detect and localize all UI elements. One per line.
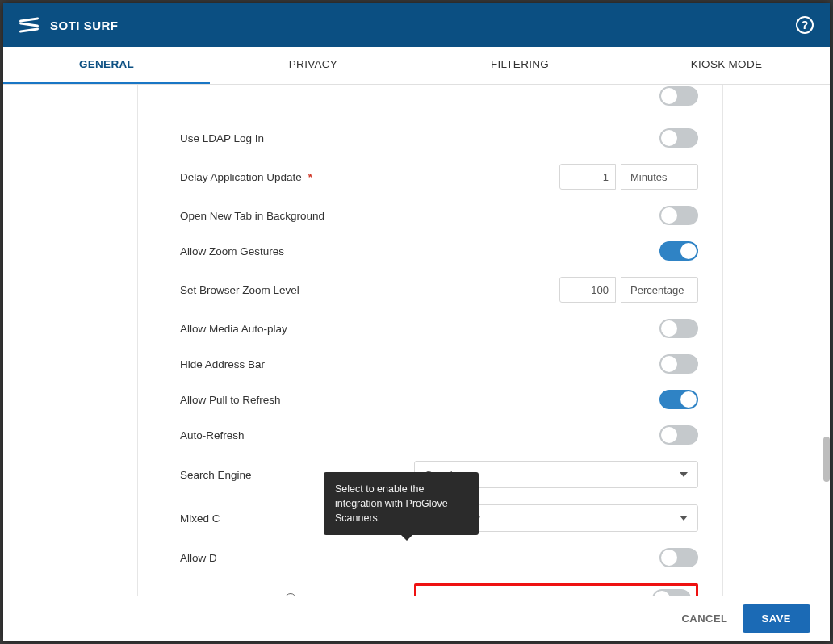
- tab-filtering[interactable]: FILTERING: [416, 47, 623, 84]
- soti-surf-dialog: SOTI SURF ? GENERAL PRIVACY FILTERING KI…: [3, 3, 830, 641]
- toggle-proglove[interactable]: [652, 589, 691, 596]
- scrollbar-thumb[interactable]: [823, 437, 830, 482]
- toggle-hide-address-bar[interactable]: [659, 354, 698, 374]
- label-zoom-gestures: Allow Zoom Gestures: [180, 245, 414, 257]
- toggle-new-tab-bg[interactable]: [659, 206, 698, 225]
- info-icon[interactable]: i: [285, 593, 296, 596]
- chevron-down-icon: [680, 516, 688, 521]
- settings-panel: Use LDAP Log In Delay Application Update…: [137, 85, 723, 596]
- highlight-box: [414, 583, 698, 596]
- toggle-cutoff-top[interactable]: [659, 86, 698, 106]
- toggle-pull-to-refresh[interactable]: [659, 390, 698, 409]
- label-hide-address-bar: Hide Address Bar: [180, 358, 414, 370]
- label-pull-to-refresh: Allow Pull to Refresh: [180, 394, 414, 406]
- dialog-title: SOTI SURF: [50, 19, 119, 32]
- dialog-header: SOTI SURF ?: [3, 3, 830, 47]
- label-media-autoplay: Allow Media Auto-play: [180, 323, 414, 335]
- dialog-footer: CANCEL SAVE: [3, 596, 830, 641]
- toggle-zoom-gestures[interactable]: [659, 241, 698, 261]
- tab-privacy[interactable]: PRIVACY: [210, 47, 416, 84]
- label-allow-d-truncated: Allow D: [180, 552, 237, 564]
- tooltip-proglove: Select to enable the integration with Pr…: [324, 472, 479, 535]
- required-indicator: *: [308, 171, 312, 183]
- input-zoom-level[interactable]: [559, 277, 616, 303]
- toggle-auto-refresh[interactable]: [659, 425, 698, 445]
- tab-kiosk-mode[interactable]: KIOSK MODE: [623, 47, 830, 84]
- save-button[interactable]: SAVE: [743, 604, 810, 633]
- toggle-allow-d[interactable]: [659, 548, 698, 567]
- tab-general[interactable]: GENERAL: [3, 47, 210, 84]
- unit-delay: Minutes: [621, 164, 698, 190]
- label-delay-update: Delay Application Update: [180, 171, 302, 183]
- chevron-down-icon: [680, 472, 688, 477]
- toggle-media-autoplay[interactable]: [659, 319, 698, 338]
- label-auto-refresh: Auto-Refresh: [180, 429, 414, 441]
- label-ldap: Use LDAP Log In: [180, 132, 414, 144]
- surf-logo-icon: [19, 17, 39, 33]
- toggle-ldap[interactable]: [659, 128, 698, 148]
- label-zoom-level: Set Browser Zoom Level: [180, 284, 414, 296]
- help-icon[interactable]: ?: [796, 16, 814, 34]
- input-delay-value[interactable]: [559, 164, 616, 190]
- unit-zoom-level: Percentage: [621, 277, 698, 303]
- tab-bar: GENERAL PRIVACY FILTERING KIOSK MODE: [3, 47, 830, 85]
- cancel-button[interactable]: CANCEL: [681, 613, 727, 625]
- label-proglove: ProGlove Integration: [180, 593, 280, 596]
- label-new-tab-bg: Open New Tab in Background: [180, 210, 414, 222]
